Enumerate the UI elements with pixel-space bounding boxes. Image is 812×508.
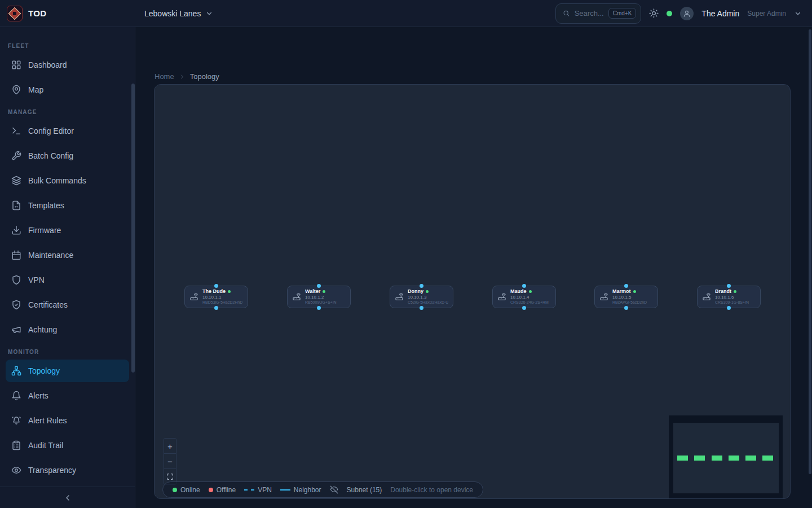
topology-canvas[interactable]: The Dude10.10.1.1RBD53iG-5HacD2HnDWalter… [154, 84, 791, 499]
node-name: Brandt [715, 288, 731, 295]
node-ip: 10.10.1.5 [612, 295, 647, 300]
sidebar-item-label: Firmware [28, 226, 61, 235]
sidebar-item-label: Achtung [28, 325, 57, 334]
section-label-manage: MANAGE [6, 103, 129, 120]
minimap-node [729, 456, 739, 461]
bell-ring-icon [11, 415, 21, 426]
node-handle-top[interactable] [727, 284, 731, 288]
router-icon [292, 292, 301, 301]
sidebar-item-firmware[interactable]: Firmware [6, 219, 129, 242]
minimap-node [694, 456, 705, 461]
node-handle-top[interactable] [214, 284, 218, 288]
sidebar-item-label: Bulk Commands [28, 176, 86, 185]
sidebar-item-label: Map [28, 85, 43, 94]
sidebar-item-transparency[interactable]: Transparency [6, 459, 129, 481]
chevron-left-icon [63, 493, 72, 502]
node-handle-bottom[interactable] [624, 306, 628, 310]
sidebar-item-dashboard[interactable]: Dashboard [6, 54, 129, 76]
device-node[interactable]: Donny10.10.1.3C52iG-5HaxD2HaxD-US [390, 286, 453, 308]
node-name: Donny [408, 288, 423, 295]
user-role: Super Admin [747, 10, 786, 17]
sidebar-item-certificates[interactable]: Certificates [6, 294, 129, 316]
global-search-input[interactable]: Search... Cmd+K [555, 3, 641, 24]
clipboard-list-icon [11, 440, 21, 450]
topology-legend: Online Offline VPN Neighbor Subnet (15) … [162, 481, 483, 498]
sidebar-item-label: VPN [28, 275, 45, 284]
sidebar-item-bulk-commands[interactable]: Bulk Commands [6, 169, 129, 192]
sidebar-item-config-editor[interactable]: Config Editor [6, 120, 129, 142]
search-shortcut-badge: Cmd+K [608, 8, 637, 19]
sidebar-item-audit-trail[interactable]: Audit Trail [6, 434, 129, 457]
sidebar-item-vpn[interactable]: VPN [6, 269, 129, 291]
user-menu-button[interactable] [794, 10, 802, 17]
node-ip: 10.10.1.2 [305, 295, 337, 300]
legend-offline: Offline [209, 486, 236, 494]
sidebar-item-label: Maintenance [28, 251, 73, 260]
sidebar-item-label: Audit Trail [28, 441, 63, 450]
org-switcher[interactable]: Lebowski Lanes [144, 9, 213, 18]
sidebar-nav: FLEET Dashboard Map MANAGE Config Editor… [0, 27, 135, 508]
device-node[interactable]: Brandt10.10.1.6CRS309-1G-8S+IN [697, 286, 761, 308]
node-handle-bottom[interactable] [727, 306, 731, 310]
device-node[interactable]: Walter10.10.1.2RB5009UG+S+IN [287, 286, 351, 308]
dashboard-grid-icon [11, 60, 21, 70]
sidebar-item-label: Transparency [28, 466, 76, 475]
device-node[interactable]: Marmot10.10.1.5RBcAPGi-5acD2nD [594, 286, 658, 308]
breadcrumb-home-link[interactable]: Home [155, 72, 174, 81]
sidebar-item-topology[interactable]: Topology [6, 360, 129, 382]
shield-check-icon [11, 300, 21, 310]
sidebar-item-alerts[interactable]: Alerts [6, 384, 129, 407]
sidebar-item-achtung[interactable]: Achtung [6, 318, 129, 341]
download-icon [11, 225, 21, 235]
sidebar-collapse-button[interactable] [0, 487, 135, 508]
sidebar-item-maintenance[interactable]: Maintenance [6, 244, 129, 266]
wrench-icon [11, 151, 21, 161]
node-model: RBcAPGi-5acD2nD [612, 300, 647, 305]
chevron-down-icon [794, 10, 802, 17]
node-handle-bottom[interactable] [522, 306, 526, 310]
sidebar-item-alert-rules[interactable]: Alert Rules [6, 409, 129, 432]
minimap-node [712, 456, 722, 461]
eye-icon [11, 465, 21, 475]
legend-subnet[interactable]: Subnet (15) [347, 486, 382, 494]
sidebar-item-batch-config[interactable]: Batch Config [6, 144, 129, 167]
offline-dot-icon [209, 488, 213, 492]
node-status-dot [633, 290, 636, 293]
node-handle-top[interactable] [522, 284, 526, 288]
node-handle-top[interactable] [317, 284, 321, 288]
node-status-dot [529, 290, 532, 293]
toggle-labels-button[interactable] [330, 485, 338, 494]
shield-icon [11, 275, 21, 285]
legend-online: Online [173, 486, 200, 494]
sidebar-item-map[interactable]: Map [6, 78, 129, 101]
zoom-out-button[interactable]: − [164, 454, 176, 469]
node-handle-bottom[interactable] [317, 306, 321, 310]
node-name: Walter [305, 288, 320, 295]
node-status-dot [426, 290, 429, 293]
search-icon [563, 9, 570, 17]
breadcrumb: Home Topology [155, 72, 219, 81]
user-avatar[interactable] [680, 7, 694, 20]
node-handle-top[interactable] [624, 284, 628, 288]
node-ip: 10.10.1.1 [202, 295, 242, 300]
sidebar-item-templates[interactable]: Templates [6, 194, 129, 217]
node-model: CRS326-24G-2S+RM [510, 300, 549, 305]
node-name: Maude [510, 288, 527, 295]
node-status-dot [323, 290, 325, 293]
router-icon [599, 292, 608, 301]
device-node[interactable]: The Dude10.10.1.1RBD53iG-5HacD2HnD [184, 286, 248, 308]
page-scrollbar[interactable] [809, 29, 811, 474]
device-node[interactable]: Maude10.10.1.4CRS326-24G-2S+RM [492, 286, 556, 308]
node-handle-bottom[interactable] [420, 306, 423, 310]
zoom-in-button[interactable]: + [164, 439, 176, 454]
minimap[interactable] [669, 415, 783, 499]
router-icon [702, 292, 711, 301]
node-handle-bottom[interactable] [214, 306, 218, 310]
section-label-monitor: MONITOR [6, 343, 129, 360]
router-icon [395, 292, 404, 301]
theme-toggle-button[interactable] [649, 8, 659, 18]
neighbor-line-icon [280, 489, 290, 491]
sidebar-scrollbar[interactable] [131, 84, 135, 373]
node-handle-top[interactable] [420, 284, 423, 288]
node-ip: 10.10.1.3 [408, 295, 448, 300]
